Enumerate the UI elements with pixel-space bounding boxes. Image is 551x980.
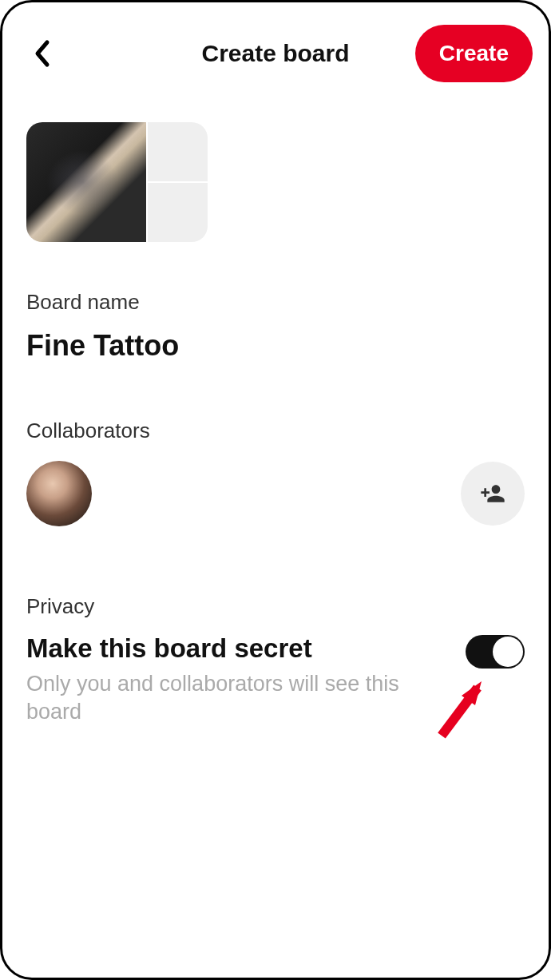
add-collaborator-button[interactable]: [461, 462, 525, 526]
collaborators-label: Collaborators: [26, 419, 525, 443]
privacy-description: Only you and collaborators will see this…: [26, 670, 450, 726]
toggle-knob: [493, 637, 523, 667]
secret-toggle[interactable]: [466, 635, 525, 669]
preview-thumbnail-placeholder: [148, 183, 208, 242]
preview-thumbnail-main: [26, 122, 146, 242]
page-title: Create board: [201, 40, 349, 67]
preview-thumbnail-placeholder: [148, 122, 208, 181]
collaborator-avatar[interactable]: [26, 461, 92, 526]
board-preview: [26, 122, 525, 242]
add-person-icon: [480, 481, 505, 506]
privacy-label: Privacy: [26, 594, 525, 619]
back-button[interactable]: [26, 38, 58, 69]
board-name-input[interactable]: Fine Tattoo: [26, 329, 525, 363]
create-button[interactable]: Create: [415, 25, 533, 82]
privacy-title: Make this board secret: [26, 633, 450, 664]
chevron-left-icon: [33, 39, 52, 68]
board-name-label: Board name: [26, 290, 525, 315]
